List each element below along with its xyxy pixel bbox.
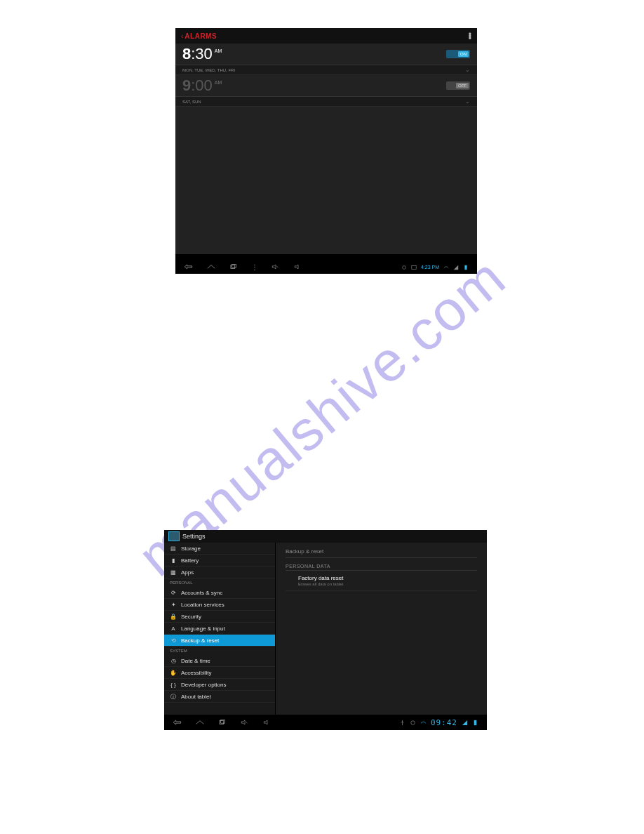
wifi-icon	[443, 260, 449, 273]
screenshot-alarms: ‹ ALARMS ••• 8:30 AM ON MON, TUE, WED, T…	[175, 28, 477, 274]
menu-icon[interactable]: ⋮	[251, 263, 258, 271]
battery-icon	[463, 260, 469, 273]
svg-rect-5	[464, 265, 467, 270]
overflow-menu-icon[interactable]: •••	[469, 33, 471, 39]
lock-icon: 🔒	[170, 613, 177, 620]
back-icon[interactable]	[173, 716, 182, 729]
settings-header: Settings	[164, 530, 487, 543]
status-time: 09:42	[431, 718, 457, 727]
clock-icon: ◷	[170, 657, 177, 664]
dev-icon: { }	[170, 681, 177, 688]
svg-rect-7	[221, 720, 225, 724]
svg-line-2	[276, 266, 278, 267]
alarm-ampm: AM	[215, 48, 222, 53]
sidebar-item-battery[interactable]: ▮ Battery	[164, 555, 275, 567]
sidebar-item-language[interactable]: A Language & input	[164, 623, 275, 635]
sidebar-item-backup-reset[interactable]: ⟲ Backup & reset	[164, 635, 275, 647]
debug-icon	[410, 716, 416, 729]
screenshot-icon	[411, 260, 417, 273]
settings-header-icon	[168, 531, 180, 541]
svg-point-9	[411, 721, 415, 724]
alarm-time: 9:00	[182, 78, 213, 93]
entry-subtitle: Erases all data on tablet	[298, 582, 469, 586]
settings-sidebar: ▤ Storage ▮ Battery ▦ Apps PERSONAL ⟳ Ac…	[164, 543, 276, 715]
info-icon: ⓘ	[170, 693, 177, 700]
nav-bar: ⋮ 4:23 PM	[175, 260, 477, 274]
storage-icon: ▤	[170, 545, 177, 552]
recent-apps-icon[interactable]	[217, 716, 227, 729]
chevron-down-icon: ⌄	[465, 67, 470, 73]
alarm-days: MON, TUE, WED, THU, FRI	[182, 68, 235, 72]
alarm-status-icon	[401, 260, 407, 273]
sidebar-item-accounts[interactable]: ⟳ Accounts & sync	[164, 587, 275, 599]
sidebar-section-label: SYSTEM	[164, 647, 275, 655]
sidebar-item-datetime[interactable]: ◷ Date & time	[164, 655, 275, 667]
sidebar-item-developer[interactable]: { } Developer options	[164, 679, 275, 691]
sidebar-item-location[interactable]: ✦ Location services	[164, 599, 275, 611]
hand-icon: ✋	[170, 669, 177, 676]
alarm-days-row[interactable]: MON, TUE, WED, THU, FRI ⌄	[175, 65, 477, 75]
svg-rect-0	[231, 265, 235, 269]
alarm-row[interactable]: 9:00 AM OFF	[175, 75, 477, 97]
entry-title: Factory data reset	[298, 575, 469, 581]
signal-icon	[453, 260, 459, 273]
alarm-days-row[interactable]: SAT, SUN ⌄	[175, 97, 477, 107]
svg-point-3	[403, 266, 406, 270]
panel-title: Backup & reset	[286, 548, 477, 558]
nav-bar: 09:42	[164, 715, 487, 730]
sidebar-item-about[interactable]: ⓘ About tablet	[164, 691, 275, 703]
volume-down-icon[interactable]	[240, 716, 250, 729]
back-icon[interactable]	[184, 260, 194, 273]
battery-icon: ▮	[170, 557, 177, 564]
language-icon: A	[170, 625, 177, 632]
alarm-ampm: AM	[215, 80, 222, 85]
sidebar-section-label: PERSONAL	[164, 578, 275, 587]
screenshot-settings: Settings ▤ Storage ▮ Battery ▦ Apps PERS…	[164, 530, 487, 730]
svg-rect-6	[220, 721, 224, 724]
sidebar-item-accessibility[interactable]: ✋ Accessibility	[164, 667, 275, 679]
svg-line-8	[246, 722, 247, 723]
sidebar-item-security[interactable]: 🔒 Security	[164, 611, 275, 623]
reset-icon: ⟲	[170, 637, 177, 644]
back-chevron-icon[interactable]: ‹	[181, 32, 183, 40]
panel-subheader: PERSONAL DATA	[286, 564, 477, 571]
sidebar-item-apps[interactable]: ▦ Apps	[164, 567, 275, 578]
wifi-icon	[420, 716, 427, 729]
alarm-row[interactable]: 8:30 AM ON	[175, 44, 477, 65]
alarm-toggle[interactable]: ON	[446, 50, 470, 58]
location-icon: ✦	[170, 601, 177, 608]
volume-up-icon[interactable]	[262, 716, 272, 729]
recent-apps-icon[interactable]	[229, 260, 239, 273]
svg-rect-10	[474, 720, 477, 725]
volume-down-icon[interactable]	[271, 260, 281, 273]
alarm-toggle[interactable]: OFF	[446, 81, 470, 90]
apps-icon: ▦	[170, 569, 177, 576]
settings-title: Settings	[182, 533, 206, 540]
alarm-days: SAT, SUN	[182, 100, 201, 104]
usb-icon	[399, 716, 405, 729]
alarm-time: 8:30	[182, 46, 213, 62]
alarms-title: ALARMS	[185, 32, 217, 40]
signal-icon	[462, 716, 468, 729]
chevron-down-icon: ⌄	[465, 98, 470, 105]
volume-up-icon[interactable]	[293, 260, 303, 273]
settings-main-panel: Backup & reset PERSONAL DATA Factory dat…	[276, 543, 487, 715]
sidebar-item-storage[interactable]: ▤ Storage	[164, 543, 275, 555]
sync-icon: ⟳	[170, 589, 177, 596]
status-time: 4:23 PM	[421, 265, 439, 270]
svg-rect-1	[232, 265, 236, 268]
home-icon[interactable]	[206, 260, 216, 273]
factory-reset-entry[interactable]: Factory data reset Erases all data on ta…	[286, 571, 477, 591]
battery-icon	[472, 716, 478, 729]
svg-rect-4	[412, 266, 416, 270]
home-icon[interactable]	[195, 716, 205, 729]
